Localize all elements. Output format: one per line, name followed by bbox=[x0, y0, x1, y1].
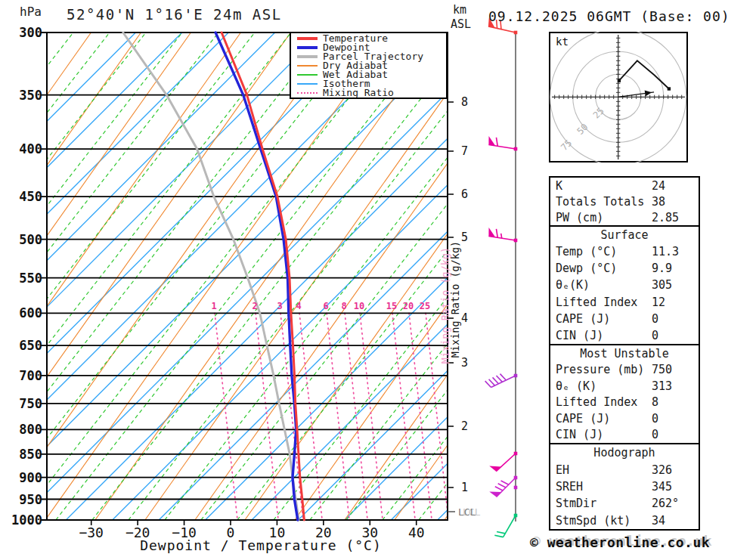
dry-adiabat-line bbox=[95, 32, 441, 520]
temp-tick-label: −30 bbox=[79, 525, 104, 540]
stats-section-title: Surface bbox=[550, 227, 699, 243]
stats-label: EH bbox=[550, 463, 569, 477]
pressure-tick-label: 700 bbox=[19, 368, 42, 383]
km-tick-label: 8 bbox=[461, 95, 468, 109]
mixing-ratio-line bbox=[345, 313, 367, 520]
lcl-label: LCL bbox=[458, 506, 476, 518]
isotherm-line bbox=[0, 32, 321, 520]
stats-row: CAPE (J)0 bbox=[550, 410, 699, 427]
stats-value: 326 bbox=[652, 463, 672, 477]
x-axis-title: Dewpoint / Temperature (°C) bbox=[140, 537, 382, 553]
mixing-ratio-line bbox=[360, 313, 383, 520]
pressure-tick-label: 900 bbox=[19, 470, 42, 485]
stats-label: K bbox=[550, 179, 562, 193]
mixing-ratio-line bbox=[392, 313, 415, 520]
legend-line-sample bbox=[297, 92, 318, 94]
wind-level-marker bbox=[514, 486, 518, 490]
stats-value: 12 bbox=[652, 296, 665, 309]
stats-section: SurfaceTemp (°C)11.3Dewp (°C)9.9θₑ(K)305… bbox=[549, 225, 700, 345]
stats-label: θₑ (K) bbox=[550, 379, 596, 393]
mixing-ratio-value-label: 20 bbox=[403, 301, 414, 311]
stats-value: 9.9 bbox=[652, 262, 672, 275]
wet-adiabat-line bbox=[165, 32, 545, 520]
km-tick-label: 5 bbox=[461, 231, 468, 244]
stats-row: θₑ(K)305 bbox=[550, 277, 699, 293]
stats-value: 2.85 bbox=[652, 211, 679, 224]
altitude-unit-asl-label: ASL bbox=[451, 17, 471, 31]
legend-line-sample bbox=[297, 74, 318, 76]
stats-section: K24Totals Totals38PW (cm)2.85 bbox=[549, 176, 700, 227]
stats-row: Temp (°C)11.3 bbox=[550, 243, 699, 260]
stats-value: 0 bbox=[652, 412, 658, 426]
legend-item: Mixing Ratio bbox=[291, 88, 446, 97]
stats-row: SREH345 bbox=[550, 478, 699, 495]
parcel-trajectory-curve bbox=[123, 32, 299, 520]
stats-label: Dewp (°C) bbox=[550, 262, 617, 275]
stats-row: K24 bbox=[550, 178, 699, 193]
stats-value: 34 bbox=[652, 514, 665, 528]
stats-label: Totals Totals bbox=[550, 195, 644, 209]
stats-label: Temp (°C) bbox=[550, 245, 617, 258]
stats-value: 0 bbox=[652, 312, 658, 326]
km-tick-label: 1 bbox=[461, 481, 468, 494]
wet-adiabat-line bbox=[0, 32, 1, 520]
mixing-ratio-value-label: 6 bbox=[323, 301, 328, 311]
sounding-page: { "header": { "pressure_unit": "hPa", "t… bbox=[0, 0, 756, 554]
stats-label: CAPE (J) bbox=[550, 312, 610, 326]
wind-barb bbox=[488, 136, 517, 150]
pressure-tick-label: 350 bbox=[19, 88, 42, 103]
mixing-ratio-value-label: 10 bbox=[354, 301, 364, 311]
wind-barb bbox=[489, 476, 517, 497]
stats-row: Totals Totals38 bbox=[550, 193, 699, 209]
wet-adiabat-line bbox=[201, 32, 581, 520]
legend-line-sample bbox=[297, 46, 318, 49]
wind-barb bbox=[494, 514, 517, 537]
legend-line-sample bbox=[297, 37, 318, 40]
isotherm-line bbox=[113, 32, 600, 520]
stats-value: 11.3 bbox=[652, 245, 679, 258]
isotherm-line bbox=[20, 32, 507, 520]
mixing-ratio-value-label: 25 bbox=[420, 301, 430, 311]
stats-label: SREH bbox=[550, 480, 583, 494]
stats-section-title: Most Unstable bbox=[550, 345, 699, 362]
stats-row: CIN (J)0 bbox=[550, 327, 699, 344]
pressure-tick-label: 600 bbox=[19, 305, 42, 320]
stats-label: CIN (J) bbox=[550, 428, 603, 441]
stats-row: EH326 bbox=[550, 461, 699, 478]
mixing-ratio-value-label: 2 bbox=[252, 301, 257, 311]
mixing-ratio-axis-label: Mixing Ratio (g/kg) bbox=[449, 241, 461, 357]
wet-adiabat-line bbox=[20, 32, 400, 520]
stats-value: 0 bbox=[652, 329, 658, 342]
stats-row: θₑ (K)313 bbox=[550, 378, 699, 395]
dry-adiabat-line bbox=[145, 32, 491, 520]
km-tick-label: 6 bbox=[461, 187, 468, 201]
legend-line-sample bbox=[297, 83, 318, 85]
stats-value: 38 bbox=[652, 195, 665, 209]
dry-adiabat-line bbox=[45, 32, 391, 520]
pressure-tick-label: 450 bbox=[19, 189, 42, 204]
mixing-ratio-line bbox=[299, 313, 322, 520]
hodograph-panel: 255075kt bbox=[549, 32, 688, 162]
pressure-tick-label: 800 bbox=[19, 422, 42, 437]
wind-barb bbox=[488, 227, 517, 242]
km-tick-label: 4 bbox=[461, 311, 468, 325]
stats-value: 750 bbox=[652, 363, 672, 376]
km-tick-label: 7 bbox=[461, 144, 468, 158]
hodograph-trace-endpoint bbox=[618, 79, 621, 82]
pressure-tick-label: 300 bbox=[19, 25, 42, 40]
mixing-ratio-value-label: 3 bbox=[277, 301, 282, 311]
stats-label: StmSpd (kt) bbox=[550, 514, 631, 528]
km-tick-label: 2 bbox=[461, 419, 468, 433]
run-date-label: 09.12.2025 06GMT (Base: 00) bbox=[488, 8, 730, 24]
pressure-tick-label: 1000 bbox=[11, 512, 42, 528]
stats-row: CAPE (J)0 bbox=[550, 311, 699, 327]
stats-label: CIN (J) bbox=[550, 329, 603, 342]
stats-value: 8 bbox=[652, 395, 658, 409]
pressure-tick-label: 400 bbox=[19, 141, 42, 156]
mixing-ratio-line bbox=[327, 313, 349, 520]
stats-value: 0 bbox=[652, 428, 658, 441]
stats-label: StmDir bbox=[550, 497, 596, 510]
pressure-tick-label: 650 bbox=[19, 338, 42, 353]
pressure-tick-label: 950 bbox=[19, 492, 42, 507]
stats-label: θₑ(K) bbox=[550, 278, 590, 292]
